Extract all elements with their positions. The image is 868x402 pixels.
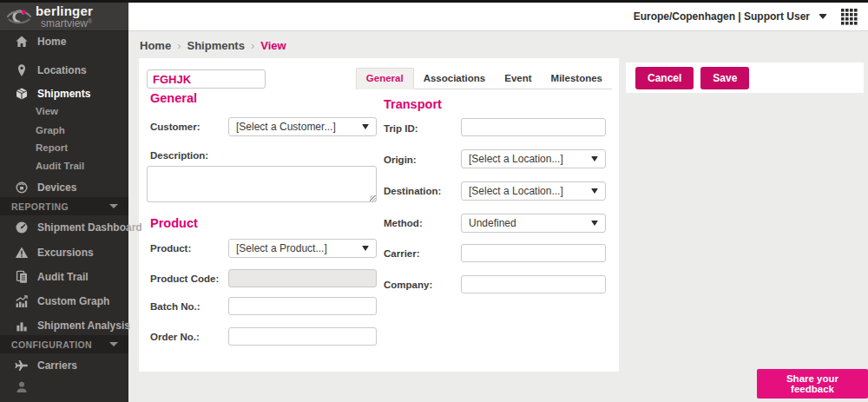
breadcrumb-separator: › bbox=[177, 39, 181, 52]
section-title-product: Product bbox=[150, 216, 198, 230]
sidebar-item-shipments[interactable]: Shipments bbox=[0, 83, 128, 104]
tab-general[interactable]: General bbox=[356, 68, 414, 89]
sidebar-item-custom-graph[interactable]: Custom Graph bbox=[0, 291, 128, 312]
brand-logo[interactable]: berlinger smartview® bbox=[0, 3, 128, 31]
chevron-down-icon bbox=[362, 124, 369, 129]
sidebar-item-label: Devices bbox=[37, 181, 76, 194]
chevron-down-icon bbox=[109, 342, 118, 346]
sidebar-item-devices[interactable]: Devices bbox=[0, 177, 128, 198]
method-select-value: Undefined bbox=[469, 217, 516, 229]
home-icon bbox=[14, 35, 29, 49]
chevron-down-icon bbox=[362, 246, 369, 251]
tab-milestones[interactable]: Milestones bbox=[542, 69, 612, 89]
sidebar-item-shipment-analysis[interactable]: Shipment Analysis bbox=[0, 315, 128, 336]
sidebar-item-shipment-dashboard[interactable]: Shipment Dashboard bbox=[0, 217, 128, 238]
sidebar-item-partial[interactable] bbox=[0, 377, 128, 398]
share-feedback-button[interactable]: Share your feedback bbox=[757, 369, 868, 399]
sidebar: berlinger smartview® Home Locations bbox=[0, 3, 128, 402]
sidebar-item-label: Shipment Dashboard bbox=[37, 221, 142, 234]
form-tabs: General Associations Event Milestones bbox=[356, 68, 612, 89]
tab-associations[interactable]: Associations bbox=[414, 69, 496, 89]
product-code-label: Product Code: bbox=[150, 273, 219, 284]
chevron-down-icon bbox=[591, 188, 598, 194]
origin-label: Origin: bbox=[384, 155, 417, 165]
window-top-strip bbox=[0, 0, 868, 3]
devices-icon bbox=[14, 181, 29, 194]
product-label: Product: bbox=[150, 243, 191, 254]
sidebar-subitem-label: Audit Trail bbox=[36, 161, 84, 171]
chevron-down-icon bbox=[109, 204, 118, 208]
save-button[interactable]: Save bbox=[700, 67, 749, 89]
breadcrumb-shipments[interactable]: Shipments bbox=[187, 39, 244, 52]
sidebar-item-home[interactable]: Home bbox=[0, 31, 128, 52]
company-input[interactable] bbox=[461, 275, 606, 293]
sidebar-item-label: Excursions bbox=[37, 247, 94, 259]
location-pin-icon bbox=[14, 63, 29, 77]
customer-select[interactable]: [Select a Customer...] bbox=[228, 117, 377, 136]
method-label: Method: bbox=[384, 218, 423, 228]
resize-grip[interactable] bbox=[370, 195, 376, 201]
origin-select[interactable]: [Select a Location...] bbox=[461, 149, 606, 168]
cancel-button[interactable]: Cancel bbox=[635, 67, 694, 89]
batch-no-label: Batch No.: bbox=[150, 301, 201, 312]
sidebar-item-label: Custom Graph bbox=[37, 295, 109, 307]
product-code-input bbox=[228, 269, 377, 287]
trip-id-input[interactable] bbox=[461, 118, 606, 136]
sidebar-item-label: Shipments bbox=[37, 88, 90, 100]
destination-select[interactable]: [Select a Location...] bbox=[461, 181, 606, 201]
sidebar-item-locations[interactable]: Locations bbox=[0, 60, 128, 81]
brand-line2: smartview® bbox=[41, 18, 93, 29]
sidebar-subitem-graph[interactable]: Graph bbox=[0, 122, 128, 139]
order-no-input[interactable] bbox=[228, 327, 377, 346]
sidebar-subitem-view[interactable]: View bbox=[0, 102, 128, 120]
breadcrumb-home[interactable]: Home bbox=[140, 39, 171, 52]
breadcrumb-current: View bbox=[260, 39, 286, 52]
sidebar-section-reporting[interactable]: REPORTING bbox=[0, 197, 128, 215]
customer-label: Customer: bbox=[150, 122, 201, 132]
airplane-icon bbox=[14, 359, 29, 372]
package-box-icon bbox=[14, 87, 29, 101]
sidebar-subitem-audit-trail[interactable]: Audit Trail bbox=[0, 157, 128, 175]
customer-select-value: [Select a Customer...] bbox=[236, 121, 336, 133]
chevron-down-icon[interactable] bbox=[819, 14, 827, 19]
carrier-input[interactable] bbox=[461, 244, 606, 262]
section-label: CONFIGURATION bbox=[11, 339, 92, 350]
bar-chart-icon bbox=[14, 319, 29, 333]
destination-label: Destination: bbox=[384, 186, 441, 196]
user-region-menu[interactable]: Europe/Copenhagen | Support User bbox=[634, 10, 810, 23]
audit-clipboard-icon bbox=[14, 270, 29, 284]
sidebar-subitem-label: Graph bbox=[36, 125, 65, 135]
product-select[interactable]: [Select a Product...] bbox=[228, 239, 377, 258]
app-grid-icon[interactable] bbox=[841, 9, 858, 25]
chevron-down-icon bbox=[591, 156, 598, 161]
section-title-transport: Transport bbox=[384, 97, 442, 111]
brand-wordmark: berlinger smartview® bbox=[36, 4, 93, 29]
warning-triangle-icon bbox=[14, 246, 29, 260]
sidebar-item-carriers[interactable]: Carriers bbox=[0, 355, 128, 376]
origin-select-value: [Select a Location...] bbox=[469, 153, 563, 165]
eye-logo-icon bbox=[5, 5, 33, 28]
sidebar-item-audit-trail[interactable]: Audit Trail bbox=[0, 267, 128, 287]
chevron-down-icon bbox=[591, 221, 598, 226]
app-window: Europe/Copenhagen | Support User berling… bbox=[0, 0, 868, 402]
method-select[interactable]: Undefined bbox=[461, 214, 606, 233]
carrier-label: Carrier: bbox=[384, 248, 420, 259]
sidebar-item-excursions[interactable]: Excursions bbox=[0, 242, 128, 263]
company-label: Company: bbox=[384, 280, 432, 290]
sidebar-subitem-label: View bbox=[36, 106, 58, 116]
line-chart-icon bbox=[14, 294, 29, 308]
description-textarea[interactable] bbox=[147, 166, 377, 202]
order-no-label: Order No.: bbox=[150, 332, 200, 342]
batch-no-input[interactable] bbox=[228, 297, 377, 315]
section-label: REPORTING bbox=[11, 201, 69, 212]
action-bar: Cancel Save bbox=[626, 63, 864, 93]
trademark-symbol: ® bbox=[88, 18, 92, 24]
sidebar-item-label: Locations bbox=[37, 64, 87, 76]
section-title-general: General bbox=[150, 91, 197, 105]
sidebar-section-configuration[interactable]: CONFIGURATION bbox=[0, 335, 128, 353]
top-bar: Europe/Copenhagen | Support User bbox=[128, 3, 868, 31]
sidebar-subitem-report[interactable]: Report bbox=[0, 139, 128, 156]
shipment-name-input[interactable] bbox=[147, 69, 266, 89]
tab-event[interactable]: Event bbox=[495, 69, 541, 89]
description-label: Description: bbox=[150, 150, 208, 161]
